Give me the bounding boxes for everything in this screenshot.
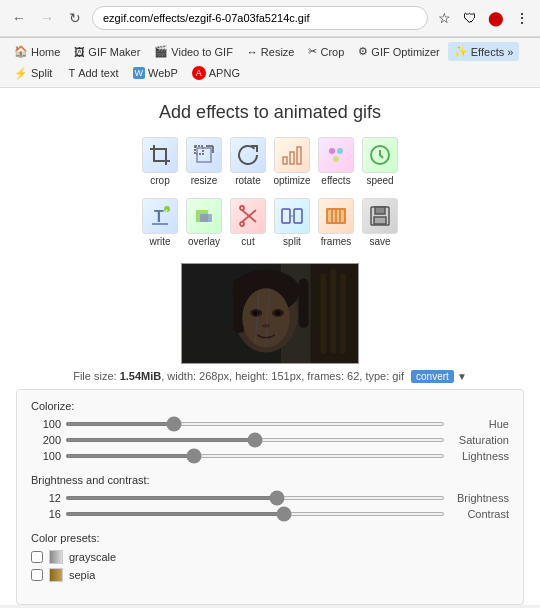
tools-grid: crop resize bbox=[145, 133, 395, 255]
nav-webp[interactable]: W WebP bbox=[127, 64, 184, 82]
tool-resize[interactable]: resize bbox=[184, 133, 224, 190]
browser-icons: ☆ 🛡 ⬤ ⋮ bbox=[434, 8, 532, 28]
home-icon: 🏠 bbox=[14, 45, 28, 58]
nav-video-label: Video to GIF bbox=[171, 46, 233, 58]
lightness-label: Lightness bbox=[449, 450, 509, 462]
tool-frames[interactable]: frames bbox=[316, 194, 356, 251]
svg-point-18 bbox=[240, 206, 244, 210]
address-bar[interactable] bbox=[92, 6, 428, 30]
optimizer-icon: ⚙ bbox=[358, 45, 368, 58]
svg-rect-48 bbox=[320, 273, 326, 353]
tool-optimize[interactable]: optimize bbox=[272, 133, 312, 190]
save-tool-icon bbox=[362, 198, 398, 234]
page-title: Add effects to animated gifs bbox=[0, 88, 540, 133]
resize-tool-icon bbox=[186, 137, 222, 173]
tool-split[interactable]: split bbox=[272, 194, 312, 251]
svg-rect-6 bbox=[297, 147, 301, 164]
hue-slider[interactable] bbox=[65, 422, 445, 426]
effects-panel: Colorize: 100 Hue 200 Saturation 100 Lig… bbox=[16, 389, 524, 605]
nav-effects[interactable]: ✨ Effects » bbox=[448, 42, 520, 61]
effects-label: effects bbox=[321, 175, 350, 186]
apng-icon: A bbox=[192, 66, 206, 80]
lightness-value: 100 bbox=[31, 450, 61, 462]
grayscale-preset: grayscale bbox=[31, 550, 509, 564]
svg-rect-49 bbox=[330, 269, 336, 354]
resize-nav-icon: ↔ bbox=[247, 46, 258, 58]
nav-crop[interactable]: ✂ Crop bbox=[302, 42, 350, 61]
tool-speed[interactable]: speed bbox=[360, 133, 400, 190]
svg-point-43 bbox=[275, 311, 281, 316]
file-size-prefix: File size: bbox=[73, 370, 119, 382]
forward-button[interactable]: → bbox=[36, 7, 58, 29]
svg-rect-38 bbox=[299, 278, 309, 327]
tool-write[interactable]: T + write bbox=[140, 194, 180, 251]
svg-point-39 bbox=[242, 288, 289, 347]
svg-rect-5 bbox=[290, 152, 294, 164]
menu-icon[interactable]: ⋮ bbox=[512, 8, 532, 28]
star-icon[interactable]: ☆ bbox=[434, 8, 454, 28]
nav-optimizer-label: GIF Optimizer bbox=[371, 46, 439, 58]
svg-point-7 bbox=[329, 148, 335, 154]
nav-add-text[interactable]: T Add text bbox=[62, 64, 124, 82]
gif-maker-icon: 🖼 bbox=[74, 46, 85, 58]
nav-split[interactable]: ⚡ Split bbox=[8, 64, 58, 83]
sepia-preset: sepia bbox=[31, 568, 509, 582]
tool-rotate[interactable]: rotate bbox=[228, 133, 268, 190]
brightness-section-label: Brightness and contrast: bbox=[31, 474, 509, 486]
main-content: Add effects to animated gifs crop bbox=[0, 88, 540, 605]
tool-overlay[interactable]: overlay bbox=[184, 194, 224, 251]
brightness-slider[interactable] bbox=[65, 496, 445, 500]
nav-gif-maker[interactable]: 🖼 GIF Maker bbox=[68, 43, 146, 61]
shield-icon: 🛡 bbox=[460, 8, 480, 28]
effects-tool-icon bbox=[318, 137, 354, 173]
cut-tool-icon bbox=[230, 198, 266, 234]
nav-home[interactable]: 🏠 Home bbox=[8, 42, 66, 61]
nav-effects-label: Effects » bbox=[471, 46, 514, 58]
nav-video-to-gif[interactable]: 🎬 Video to GIF bbox=[148, 42, 239, 61]
nav-resize[interactable]: ↔ Resize bbox=[241, 43, 301, 61]
tools-row-2: T + write overlay bbox=[140, 194, 400, 251]
nav-apng-label: APNG bbox=[209, 67, 240, 79]
tool-crop[interactable]: crop bbox=[140, 133, 180, 190]
nav-home-label: Home bbox=[31, 46, 60, 58]
convert-button[interactable]: convert bbox=[411, 370, 454, 383]
nav-gif-maker-label: GIF Maker bbox=[88, 46, 140, 58]
sepia-label: sepia bbox=[69, 569, 95, 581]
tool-effects[interactable]: effects bbox=[316, 133, 356, 190]
brightness-label: Brightness bbox=[449, 492, 509, 504]
gif-preview bbox=[0, 263, 540, 364]
tool-cut[interactable]: cut bbox=[228, 194, 268, 251]
tools-row-1: crop resize bbox=[140, 133, 400, 190]
gif-svg bbox=[182, 263, 358, 364]
video-icon: 🎬 bbox=[154, 45, 168, 58]
file-info: File size: 1.54MiB, width: 268px, height… bbox=[0, 370, 540, 383]
saturation-slider[interactable] bbox=[65, 438, 445, 442]
grayscale-checkbox[interactable] bbox=[31, 551, 43, 563]
svg-text:T: T bbox=[154, 208, 164, 225]
split-tool-icon bbox=[274, 198, 310, 234]
nav-split-label: Split bbox=[31, 67, 52, 79]
svg-rect-16 bbox=[200, 214, 212, 222]
tool-save[interactable]: save bbox=[360, 194, 400, 251]
contrast-slider[interactable] bbox=[65, 512, 445, 516]
contrast-row: 16 Contrast bbox=[31, 508, 509, 520]
back-button[interactable]: ← bbox=[8, 7, 30, 29]
brightness-row: 12 Brightness bbox=[31, 492, 509, 504]
nav-apng[interactable]: A APNG bbox=[186, 63, 246, 83]
ext-icon: ⬤ bbox=[486, 8, 506, 28]
optimize-tool-icon bbox=[274, 137, 310, 173]
brightness-value: 12 bbox=[31, 492, 61, 504]
svg-rect-50 bbox=[340, 273, 346, 353]
crop-tool-icon bbox=[142, 137, 178, 173]
nav-optimizer[interactable]: ⚙ GIF Optimizer bbox=[352, 42, 445, 61]
crop-nav-icon: ✂ bbox=[308, 45, 317, 58]
webp-icon: W bbox=[133, 67, 146, 79]
lightness-slider[interactable] bbox=[65, 454, 445, 458]
rotate-label: rotate bbox=[235, 175, 261, 186]
sepia-checkbox[interactable] bbox=[31, 569, 43, 581]
reload-button[interactable]: ↻ bbox=[64, 7, 86, 29]
effects-nav-icon: ✨ bbox=[454, 45, 468, 58]
contrast-label: Contrast bbox=[449, 508, 509, 520]
speed-tool-icon bbox=[362, 137, 398, 173]
grayscale-icon bbox=[49, 550, 63, 564]
